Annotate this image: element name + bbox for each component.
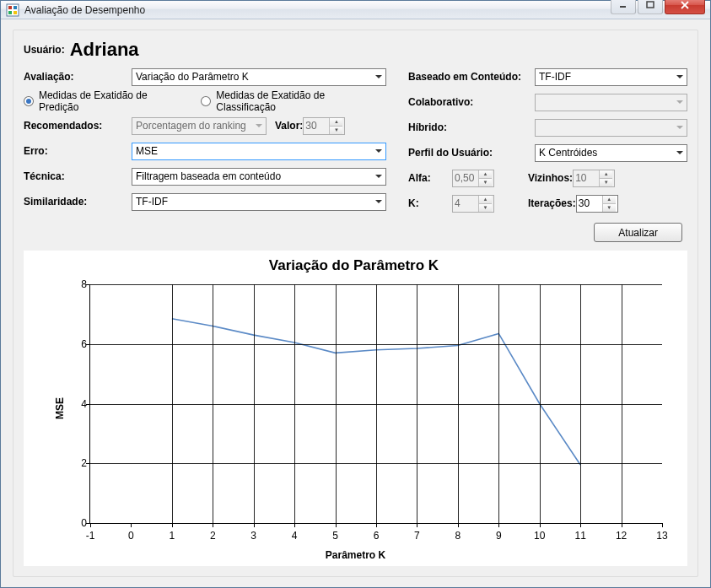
spinner-buttons: ▲▼ (599, 170, 612, 186)
measure-radios: Medidas de Exatidão de Predição Medidas … (24, 91, 386, 111)
spinner-buttons[interactable]: ▲▼ (602, 196, 616, 212)
window-controls (609, 0, 710, 14)
tecnica-value: Filtragem baseada em conteúdo (136, 170, 281, 182)
close-button[interactable] (665, 0, 705, 14)
x-tick-label: 7 (414, 530, 420, 542)
recomendados-value: Porcentagem do ranking (136, 120, 246, 132)
maximize-button[interactable] (638, 0, 663, 14)
perfil-combo[interactable]: K Centróides (535, 144, 687, 162)
x-tick-label: 8 (455, 530, 461, 542)
chevron-down-icon (676, 151, 683, 154)
avaliacao-label: Avaliação: (24, 71, 132, 83)
x-tick-label: 9 (496, 530, 502, 542)
chevron-down-icon (375, 149, 382, 153)
chart-ylabel: MSE (54, 397, 66, 419)
chevron-down-icon (676, 100, 683, 104)
iteracoes-label: Iterações: (528, 197, 576, 209)
y-tick-label: 6 (67, 338, 87, 350)
radio-predicao[interactable] (24, 96, 34, 106)
chevron-down-icon (375, 175, 382, 178)
erro-label: Erro: (24, 145, 132, 157)
similaridade-value: TF-IDF (136, 196, 168, 208)
app-icon (6, 3, 19, 17)
spinner-buttons: ▲▼ (329, 118, 342, 134)
x-tick-label: 6 (374, 530, 380, 542)
radio-classificacao-label: Medidas de Exatidão de Classificação (216, 89, 386, 113)
app-window: Avaliação de Desempenho Usuário: Adriana (0, 0, 711, 588)
similaridade-combo[interactable]: TF-IDF (132, 193, 386, 211)
chevron-down-icon (375, 200, 382, 203)
window-title: Avaliação de Desempenho (24, 4, 609, 16)
minimize-button[interactable] (611, 0, 636, 14)
chevron-down-icon (256, 124, 262, 127)
spinner-buttons: ▲▼ (478, 196, 492, 212)
similaridade-label: Similaridade: (24, 196, 132, 208)
colaborativo-combo (535, 94, 687, 111)
x-tick-label: -1 (86, 530, 95, 542)
x-tick-label: 0 (128, 530, 134, 542)
chart-xlabel: Parâmetro K (326, 549, 385, 561)
svg-rect-6 (647, 2, 654, 8)
svg-rect-3 (8, 11, 12, 14)
perfil-label: Perfil do Usuário: (408, 147, 535, 159)
hibrido-combo (535, 119, 687, 137)
tecnica-label: Técnica: (24, 170, 132, 182)
colaborativo-label: Colaborativo: (408, 96, 535, 108)
user-label: Usuário: (24, 44, 65, 56)
avaliacao-combo[interactable]: Variação do Parâmetro K (132, 68, 386, 86)
erro-value: MSE (136, 145, 158, 157)
vizinhos-spinner: ▲▼ (573, 170, 615, 187)
main-group: Usuário: Adriana Avaliação: Variação do … (13, 30, 698, 577)
iteracoes-input[interactable] (577, 196, 602, 212)
chevron-down-icon (375, 75, 382, 78)
svg-rect-2 (13, 6, 17, 9)
k-label: K: (408, 197, 452, 209)
avaliacao-value: Variação do Parâmetro K (136, 71, 249, 83)
k-input (453, 196, 478, 212)
baseado-combo[interactable]: TF-IDF (535, 68, 687, 86)
x-tick-label: 1 (170, 530, 175, 542)
baseado-value: TF-IDF (539, 71, 571, 83)
x-tick-label: 4 (292, 530, 298, 542)
erro-combo[interactable]: MSE (132, 143, 386, 160)
valor-spinner: ▲▼ (303, 117, 345, 135)
recomendados-combo: Porcentagem do ranking (132, 117, 267, 135)
alfa-input (453, 170, 478, 186)
vizinhos-label: Vizinhos: (528, 172, 573, 184)
vizinhos-input (574, 170, 599, 186)
chevron-down-icon (676, 126, 683, 129)
chart: Variação do Parâmetro K MSE Parâmetro K … (24, 251, 687, 566)
radio-predicao-label: Medidas de Exatidão de Predição (39, 89, 189, 113)
hibrido-label: Híbrido: (408, 121, 535, 133)
user-name: Adriana (70, 39, 139, 61)
plot-area: 02468-1012345678910111213 (89, 284, 662, 524)
form-columns: Avaliação: Variação do Parâmetro K Medid… (24, 66, 687, 218)
y-tick-label: 0 (67, 517, 87, 529)
x-tick-label: 13 (656, 530, 667, 542)
y-tick-label: 8 (67, 278, 87, 290)
perfil-value: K Centróides (539, 147, 597, 159)
y-tick-label: 4 (67, 398, 87, 410)
baseado-label: Baseado em Conteúdo: (408, 71, 535, 83)
user-row: Usuário: Adriana (24, 39, 687, 61)
recomendados-label: Recomendados: (24, 120, 132, 132)
x-tick-label: 5 (332, 530, 338, 542)
x-tick-label: 11 (574, 530, 585, 542)
y-tick-label: 2 (67, 457, 87, 469)
svg-rect-4 (13, 11, 17, 14)
titlebar: Avaliação de Desempenho (1, 1, 710, 19)
valor-label: Valor: (275, 120, 303, 132)
alfa-spinner: ▲▼ (452, 170, 494, 187)
tecnica-combo[interactable]: Filtragem baseada em conteúdo (132, 168, 386, 186)
radio-classificacao[interactable] (201, 96, 211, 106)
iteracoes-spinner[interactable]: ▲▼ (576, 195, 618, 213)
valor-input (304, 118, 329, 134)
spinner-buttons: ▲▼ (478, 170, 492, 186)
x-tick-label: 3 (250, 530, 256, 542)
k-spinner: ▲▼ (452, 195, 494, 213)
client-area: Usuário: Adriana Avaliação: Variação do … (1, 19, 710, 587)
atualizar-button[interactable]: Atualizar (594, 223, 682, 242)
button-row: Atualizar (24, 223, 687, 242)
alfa-label: Alfa: (408, 172, 452, 184)
right-column: Baseado em Conteúdo: TF-IDF Colaborativo… (408, 66, 687, 218)
